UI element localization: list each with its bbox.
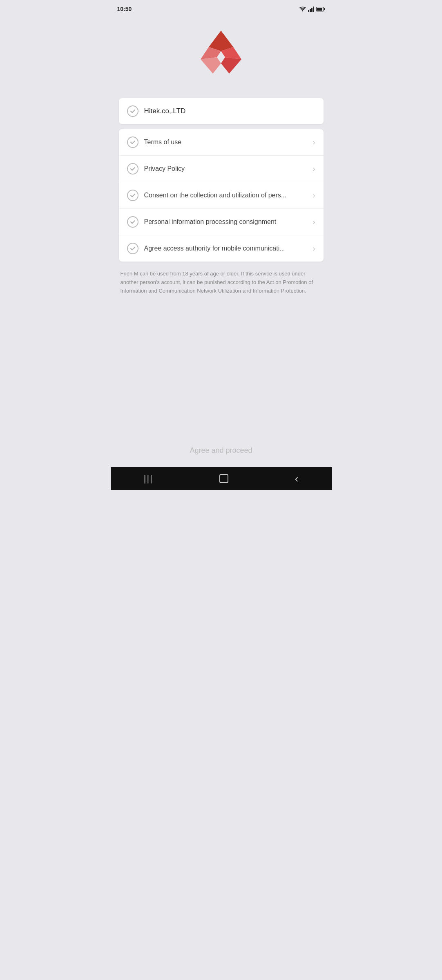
privacy-policy-label: Privacy Policy [144,165,307,172]
access-authority-item[interactable]: Agree access authority for mobile commun… [119,235,324,262]
info-text: Frien M can be used from 18 years of age… [119,266,324,295]
svg-rect-3 [311,8,313,12]
bottom-nav: ||| ‹ [111,467,332,490]
consent-collection-label: Consent on the collection and utilizatio… [144,192,307,199]
privacy-policy-item[interactable]: Privacy Policy › [119,156,324,182]
status-time: 10:50 [117,6,132,12]
svg-rect-2 [310,9,311,12]
agree-button-area: Agree and proceed [111,438,332,467]
access-authority-check [127,243,138,254]
consent-collection-item[interactable]: Consent on the collection and utilizatio… [119,182,324,209]
personal-info-chevron: › [313,218,315,226]
svg-rect-6 [317,8,322,11]
svg-rect-1 [308,10,309,12]
consent-collection-check [127,190,138,201]
access-authority-label: Agree access authority for mobile commun… [144,245,307,252]
company-name: Hitek.co,.LTD [144,107,186,115]
back-icon: ‹ [295,472,299,485]
agree-proceed-button[interactable]: Agree and proceed [190,446,252,455]
personal-info-check [127,216,138,228]
app-logo [194,29,248,82]
terms-group: Terms of use › Privacy Policy › [119,129,324,262]
personal-info-item[interactable]: Personal information processing consignm… [119,209,324,235]
svg-point-0 [302,11,303,11]
company-card: Hitek.co,.LTD [119,98,324,124]
company-check-icon [127,105,138,117]
terms-of-use-chevron: › [313,138,315,147]
status-bar: 10:50 [111,0,332,16]
home-button[interactable] [211,471,237,486]
svg-rect-7 [324,8,325,10]
access-authority-chevron: › [313,244,315,253]
privacy-policy-chevron: › [313,165,315,173]
svg-rect-4 [313,7,314,12]
consent-collection-chevron: › [313,191,315,200]
signal-icon [308,6,315,12]
wifi-icon [299,6,306,12]
svg-marker-12 [221,57,241,74]
logo-area [111,16,332,98]
terms-of-use-check [127,136,138,148]
svg-marker-8 [209,31,233,51]
terms-of-use-label: Terms of use [144,139,307,146]
svg-marker-11 [201,57,221,74]
battery-icon [316,7,325,12]
recent-apps-button[interactable]: ||| [136,470,161,487]
home-icon [219,474,228,483]
status-icons [299,6,325,12]
recent-apps-icon: ||| [144,473,153,484]
back-button[interactable]: ‹ [287,469,307,488]
personal-info-label: Personal information processing consignm… [144,218,307,226]
terms-of-use-item[interactable]: Terms of use › [119,129,324,156]
privacy-policy-check [127,163,138,175]
